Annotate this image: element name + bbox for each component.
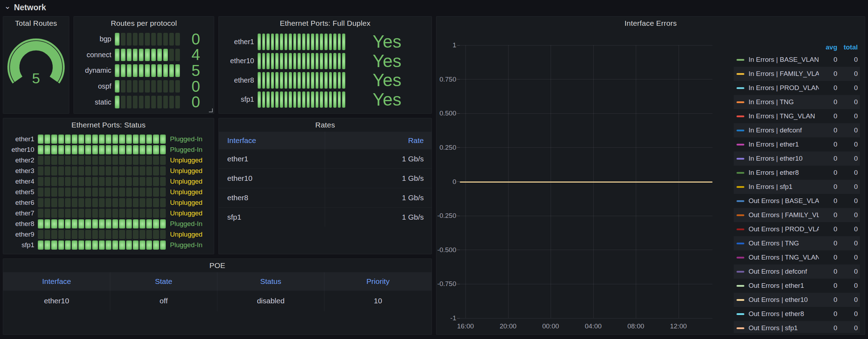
lcd-cell: [285, 72, 288, 89]
legend-item[interactable]: Out Errors | BASE_VLAN00: [734, 194, 860, 208]
panel-title[interactable]: Total Routes: [3, 17, 69, 30]
legend-column-header-avg[interactable]: avg: [819, 43, 837, 51]
column-header-rate[interactable]: Rate: [325, 132, 432, 149]
column-header-priority[interactable]: Priority: [324, 272, 432, 291]
panel-title[interactable]: POE: [3, 259, 432, 272]
column-header-state[interactable]: State: [110, 272, 217, 291]
lcd-cell: [146, 188, 152, 197]
legend-item[interactable]: In Errors | defconf00: [734, 123, 860, 137]
series-color-icon: [737, 200, 744, 202]
lcd-cell: [51, 209, 57, 218]
lcd-cell: [342, 91, 345, 108]
legend-item[interactable]: In Errors | TNG_VLAN00: [734, 109, 860, 123]
lcd-cell: [133, 145, 139, 154]
lcd-row-label: ether2: [6, 156, 34, 165]
lcd-cell: [85, 240, 91, 250]
x-tick-label: 04:00: [585, 322, 602, 330]
lcd-cell: [169, 64, 174, 77]
legend-total-value: 0: [837, 56, 858, 64]
lcd-cell: [140, 177, 145, 186]
lcd-row-label: ether9: [6, 230, 34, 239]
legend-item[interactable]: Out Errors | TNG_VLAN00: [734, 250, 860, 264]
lcd-cells: [258, 91, 345, 108]
column-header-interface[interactable]: Interface: [219, 132, 325, 149]
legend-avg-value: 0: [819, 310, 837, 318]
lcd-cell: [78, 209, 84, 218]
legend-item[interactable]: Out Errors | PROD_VLAN00: [734, 222, 860, 236]
legend-item[interactable]: In Errors | FAMILY_VLAN00: [734, 67, 860, 81]
x-axis: 16:0020:0000:0004:0008:0012:00: [460, 322, 712, 332]
lcd-cell: [78, 188, 84, 197]
lcd-cell: [119, 230, 125, 239]
legend-item[interactable]: Out Errors | ether800: [734, 307, 860, 321]
lcd-cell: [320, 72, 323, 89]
legend-item[interactable]: In Errors | sfp100: [734, 180, 860, 194]
row-header-network[interactable]: ⌄ Network: [4, 1, 46, 13]
legend-item[interactable]: In Errors | BASE_VLAN00: [734, 53, 860, 67]
lcd-row-label: sfp1: [6, 240, 34, 250]
lcd-cell: [115, 64, 119, 77]
time-series-plot[interactable]: [460, 45, 712, 318]
lcd-cell: [342, 72, 345, 89]
lcd-cell: [78, 240, 84, 250]
lcd-cell: [133, 177, 139, 186]
legend-item[interactable]: Out Errors | FAMILY_VLAN00: [734, 208, 860, 222]
panel-title[interactable]: Routes per protocol: [74, 17, 214, 30]
lcd-cell: [115, 49, 119, 61]
panel-title[interactable]: Rates: [219, 118, 432, 132]
gauge-value: 5: [32, 70, 40, 87]
legend-column-header-total[interactable]: total: [837, 43, 858, 51]
table-cell: disabled: [217, 291, 324, 311]
column-header-status[interactable]: Status: [217, 272, 324, 291]
panel-title[interactable]: Ethernet Ports: Status: [3, 118, 214, 132]
legend-avg-value: 0: [819, 324, 837, 332]
lcd-cell: [119, 209, 125, 218]
lcd-cell: [338, 72, 341, 89]
lcd-cell: [151, 64, 156, 77]
legend-avg-value: 0: [819, 197, 837, 205]
panel-title[interactable]: Ethernet Ports: Full Duplex: [219, 17, 432, 30]
lcd-row: ether8Plugged-In: [6, 219, 210, 228]
legend-item[interactable]: Out Errors | ether1000: [734, 293, 860, 307]
series-color-icon: [737, 115, 744, 117]
legend-total-value: 0: [837, 169, 858, 177]
legend-item[interactable]: In Errors | TNG00: [734, 95, 860, 109]
lcd-cell: [151, 80, 156, 93]
lcd-cell: [289, 34, 292, 50]
lcd-cell: [85, 145, 91, 154]
lcd-cell: [92, 166, 98, 176]
table-row: ether81 Gb/s: [219, 188, 432, 207]
lcd-cell: [333, 72, 336, 89]
panel-resize-handle[interactable]: [209, 108, 213, 112]
lcd-cell: [146, 135, 152, 144]
lcd-cell: [92, 145, 98, 154]
legend-total-value: 0: [837, 211, 858, 219]
lcd-cell: [85, 156, 91, 165]
lcd-cell: [157, 80, 162, 93]
legend-item[interactable]: Out Errors | TNG00: [734, 236, 860, 250]
lcd-cell: [38, 188, 43, 197]
legend-item[interactable]: In Errors | PROD_VLAN00: [734, 81, 860, 95]
lcd-cell: [92, 156, 98, 165]
series-color-icon: [737, 313, 744, 315]
legend-series-name: Out Errors | BASE_VLAN: [749, 197, 819, 205]
lcd-cell: [121, 49, 125, 61]
legend-item[interactable]: Out Errors | ether100: [734, 279, 860, 293]
legend-item[interactable]: In Errors | ether100: [734, 137, 860, 151]
legend-avg-value: 0: [819, 84, 837, 92]
lcd-cell: [127, 33, 131, 46]
legend-item[interactable]: Out Errors | sfp100: [734, 321, 860, 333]
legend-item[interactable]: In Errors | ether800: [734, 166, 860, 180]
series-color-icon: [737, 299, 744, 301]
lcd-cell: [126, 198, 132, 207]
legend-item[interactable]: Out Errors | defconf00: [734, 264, 860, 279]
lcd-cell: [298, 91, 301, 108]
legend-item[interactable]: In Errors | ether1000: [734, 151, 860, 166]
rates-table: InterfaceRateether11 Gb/sether101 Gb/set…: [219, 132, 432, 227]
y-tick-label: -0.500: [437, 246, 456, 254]
column-header-interface[interactable]: Interface: [3, 272, 110, 291]
lcd-cell: [145, 80, 149, 93]
series-color-icon: [737, 144, 744, 145]
panel-title[interactable]: Interface Errors: [436, 17, 865, 30]
lcd-cell: [302, 91, 305, 108]
